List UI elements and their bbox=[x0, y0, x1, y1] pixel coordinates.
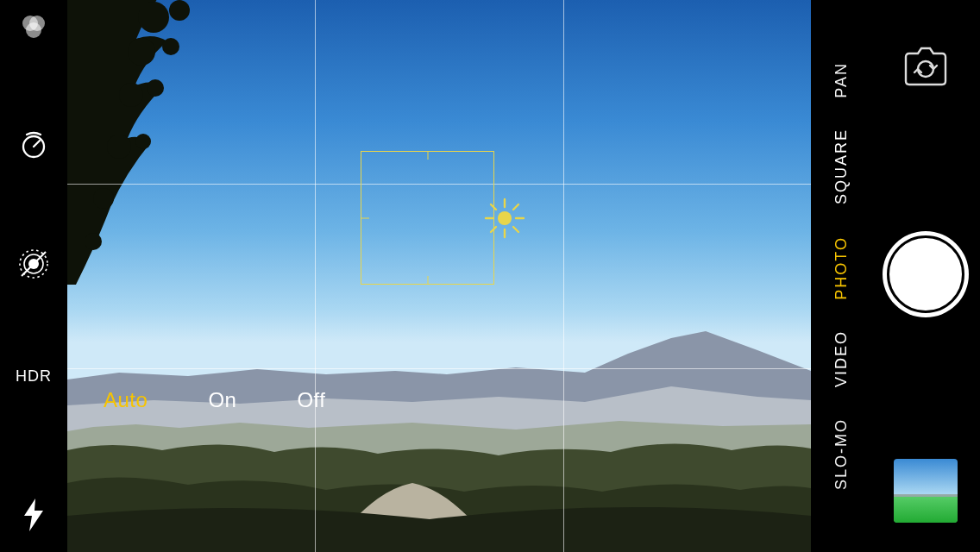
shutter-inner bbox=[887, 235, 964, 313]
svg-point-14 bbox=[107, 135, 131, 159]
left-toolbar: HDR bbox=[0, 0, 67, 552]
filters-button[interactable] bbox=[18, 12, 49, 43]
sun-exposure-icon[interactable] bbox=[483, 197, 526, 240]
hdr-option-on[interactable]: On bbox=[208, 388, 236, 412]
live-photo-button[interactable] bbox=[16, 247, 51, 281]
svg-line-25 bbox=[491, 227, 496, 232]
hdr-options: Auto On Off bbox=[104, 388, 325, 412]
svg-line-24 bbox=[513, 204, 518, 210]
camera-app: HDR bbox=[0, 0, 980, 552]
mode-selector[interactable]: PAN SQUARE PHOTO VIDEO SLO-MO bbox=[811, 0, 871, 552]
last-photo-thumbnail[interactable] bbox=[894, 459, 958, 523]
grid-line bbox=[315, 0, 316, 552]
svg-point-26 bbox=[498, 211, 512, 225]
flash-icon bbox=[22, 499, 45, 531]
switch-camera-icon bbox=[901, 47, 951, 86]
hdr-option-off[interactable]: Off bbox=[297, 388, 325, 412]
mode-video[interactable]: VIDEO bbox=[832, 330, 851, 387]
svg-point-17 bbox=[85, 233, 102, 250]
focus-exposure-box[interactable] bbox=[361, 151, 494, 285]
svg-point-12 bbox=[119, 83, 143, 107]
svg-point-10 bbox=[128, 38, 155, 66]
grid-line bbox=[67, 368, 811, 369]
hdr-option-auto[interactable]: Auto bbox=[104, 388, 148, 412]
viewfinder[interactable]: Auto On Off bbox=[67, 0, 811, 552]
live-photo-off-icon bbox=[16, 247, 51, 281]
switch-camera-button[interactable] bbox=[901, 47, 951, 90]
svg-point-9 bbox=[169, 0, 190, 21]
svg-line-23 bbox=[513, 227, 518, 232]
svg-point-16 bbox=[93, 188, 114, 209]
mode-square[interactable]: SQUARE bbox=[832, 129, 851, 204]
mode-slomo[interactable]: SLO-MO bbox=[832, 418, 851, 490]
timer-button[interactable] bbox=[18, 129, 49, 160]
filters-icon bbox=[18, 12, 49, 43]
shutter-button[interactable] bbox=[883, 231, 969, 317]
grid-line bbox=[563, 0, 564, 552]
right-toolbar bbox=[871, 0, 980, 552]
svg-point-11 bbox=[162, 38, 179, 55]
svg-line-22 bbox=[491, 204, 496, 210]
mode-pano[interactable]: PAN bbox=[832, 62, 851, 98]
hdr-button[interactable]: HDR bbox=[16, 367, 52, 386]
flash-button[interactable] bbox=[22, 499, 45, 531]
timer-icon bbox=[18, 129, 49, 160]
svg-point-15 bbox=[135, 134, 151, 149]
svg-point-8 bbox=[138, 2, 169, 33]
svg-line-7 bbox=[22, 252, 46, 276]
svg-point-2 bbox=[26, 22, 41, 38]
svg-point-13 bbox=[147, 79, 164, 97]
mode-photo[interactable]: PHOTO bbox=[832, 236, 851, 300]
